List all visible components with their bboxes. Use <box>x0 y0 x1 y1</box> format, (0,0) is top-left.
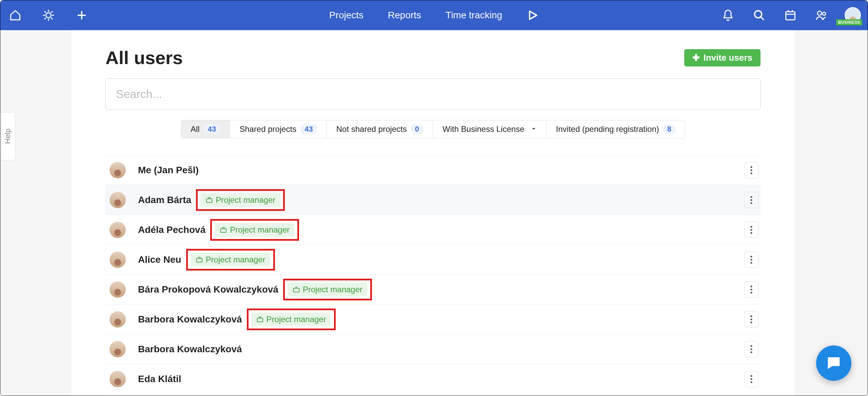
user-name: Bára Prokopová Kowalczyková <box>138 284 278 295</box>
nav-time-tracking[interactable]: Time tracking <box>446 10 502 21</box>
row-menu-button[interactable] <box>744 222 758 238</box>
svg-rect-34 <box>294 288 299 292</box>
invite-label: Invite users <box>703 53 752 63</box>
plus-icon-small: ✚ <box>692 53 700 62</box>
svg-point-44 <box>750 351 752 353</box>
svg-rect-22 <box>206 199 212 202</box>
gutter-right <box>794 30 868 396</box>
role-badge-wrap: Project manager <box>252 313 331 326</box>
user-name: Adam Bárta <box>138 195 191 205</box>
filter-tab[interactable]: Invited (pending registration)8 <box>547 120 685 138</box>
user-name: Adéla Pechová <box>138 224 205 235</box>
tab-label: Invited (pending registration) <box>556 124 659 134</box>
chat-button[interactable] <box>816 345 851 381</box>
row-menu-button[interactable] <box>744 162 758 178</box>
plus-icon[interactable] <box>74 7 90 23</box>
user-row[interactable]: Alice NeuProject manager <box>105 245 761 275</box>
svg-point-46 <box>750 378 752 380</box>
search-icon[interactable] <box>751 7 767 23</box>
nav-reports[interactable]: Reports <box>388 10 421 21</box>
avatar <box>110 311 126 328</box>
svg-point-27 <box>750 226 752 227</box>
svg-line-12 <box>761 17 764 20</box>
row-menu-button[interactable] <box>744 311 758 328</box>
avatar <box>110 281 126 298</box>
user-name: Eda Klátil <box>138 374 181 384</box>
row-menu-button[interactable] <box>744 371 758 387</box>
user-name: Barbora Kowalczyková <box>138 314 242 325</box>
svg-point-40 <box>750 318 752 320</box>
users-icon[interactable] <box>813 7 830 23</box>
user-name: Barbora Kowalczyková <box>138 344 242 355</box>
user-row[interactable]: Me (Jan Pešl) <box>105 155 761 185</box>
search-input[interactable] <box>105 78 761 110</box>
filter-tabs: All43Shared projects43Not shared project… <box>181 120 685 138</box>
ship-wheel-icon[interactable] <box>40 7 57 23</box>
row-menu-button[interactable] <box>744 192 758 208</box>
svg-line-5 <box>44 11 46 13</box>
tab-label: All <box>191 124 200 134</box>
tab-count: 0 <box>411 124 423 134</box>
svg-point-45 <box>750 375 752 377</box>
svg-point-11 <box>755 11 762 18</box>
svg-point-32 <box>750 259 752 260</box>
nav-projects[interactable]: Projects <box>329 10 363 21</box>
invite-users-button[interactable]: ✚ Invite users <box>684 49 761 66</box>
svg-point-19 <box>750 166 752 168</box>
user-row[interactable]: Adam BártaProject manager <box>105 185 761 215</box>
role-badge: Project manager <box>201 193 280 207</box>
svg-line-7 <box>44 18 46 20</box>
svg-point-20 <box>750 169 752 171</box>
tab-count: 8 <box>663 124 675 134</box>
user-row[interactable]: Barbora Kowalczyková <box>105 334 761 364</box>
svg-point-43 <box>750 348 752 350</box>
role-badge-wrap: Project manager <box>201 193 280 207</box>
user-list: Me (Jan Pešl)Adam BártaProject managerAd… <box>105 155 761 394</box>
svg-point-28 <box>750 229 752 231</box>
top-nav: Projects Reports Time tracking <box>329 9 539 21</box>
bell-icon[interactable] <box>720 7 736 23</box>
avatar <box>110 192 126 208</box>
user-row[interactable]: Bára Prokopová KowalczykováProject manag… <box>105 275 761 304</box>
filter-tab[interactable]: With Business License <box>433 120 546 138</box>
gutter-left <box>0 30 72 396</box>
home-icon[interactable] <box>7 7 23 23</box>
user-row[interactable]: Eda Klátil <box>105 364 761 394</box>
account-avatar[interactable]: BUSINESS <box>845 7 861 23</box>
business-badge: BUSINESS <box>836 19 862 25</box>
filter-tab[interactable]: Not shared projects0 <box>327 120 433 138</box>
play-icon[interactable] <box>527 9 539 21</box>
role-badge: Project manager <box>215 223 294 237</box>
avatar <box>110 371 126 387</box>
svg-rect-30 <box>196 258 202 262</box>
svg-point-37 <box>750 292 752 293</box>
filter-tab[interactable]: Shared projects43 <box>230 120 327 138</box>
tab-count: 43 <box>300 124 317 134</box>
help-label: Help <box>3 128 12 144</box>
svg-point-0 <box>46 13 51 18</box>
row-menu-button[interactable] <box>744 281 758 298</box>
svg-rect-26 <box>221 229 226 232</box>
svg-point-42 <box>750 345 752 347</box>
row-menu-button[interactable] <box>744 252 758 268</box>
role-badge: Project manager <box>288 283 367 296</box>
top-bar: Projects Reports Time tracking BUSINESS <box>0 0 868 30</box>
row-menu-button[interactable] <box>744 341 758 357</box>
user-name: Alice Neu <box>138 254 181 265</box>
calendar-icon[interactable] <box>782 7 798 23</box>
svg-line-6 <box>51 18 53 20</box>
svg-point-39 <box>750 315 752 317</box>
tab-label: Shared projects <box>239 124 296 134</box>
user-row[interactable]: Barbora KowalczykováProject manager <box>105 304 761 334</box>
user-row[interactable]: Adéla PechováProject manager <box>105 215 761 245</box>
avatar <box>110 341 126 357</box>
filter-tab[interactable]: All43 <box>181 120 230 138</box>
svg-point-25 <box>750 202 752 204</box>
svg-point-18 <box>823 12 826 15</box>
svg-point-23 <box>750 196 752 198</box>
svg-point-33 <box>750 262 752 263</box>
svg-point-31 <box>750 256 752 257</box>
avatar <box>110 252 126 268</box>
role-badge-wrap: Project manager <box>191 253 270 266</box>
help-tab[interactable]: Help <box>0 112 15 160</box>
